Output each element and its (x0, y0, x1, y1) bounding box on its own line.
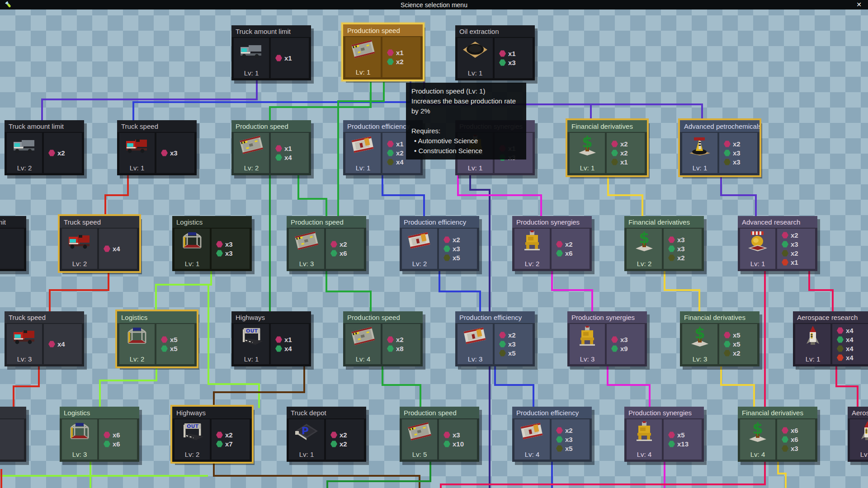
tech-node-title: Oil extraction (455, 25, 535, 37)
tech-node[interactable]: Production efficiencyLv: 4x2x3x5 (512, 407, 592, 462)
syn-icon (630, 420, 658, 444)
tech-connection-line (382, 384, 421, 386)
tech-node[interactable]: Advanced researchLv: 1x2x3x2x1 (738, 216, 817, 271)
tech-node[interactable]: Production synergiesLv: 2x2x6 (512, 216, 592, 271)
tooltip-title: Production speed (Lv: 1) (411, 86, 521, 96)
tech-node[interactable]: Truck speedLv: 3x4 (5, 311, 84, 366)
truck-red-icon (66, 230, 93, 252)
tech-node-icon-panel: Lv: 2 (7, 133, 42, 173)
tech-node[interactable]: LogisticsLv: 1x3x3 (172, 216, 252, 271)
tech-node[interactable]: Production efficiencyLv: 3x2x3x5 (455, 311, 535, 366)
tech-node[interactable]: Production speedLv: 4x2x8 (343, 311, 423, 366)
tech-node[interactable]: Production synergiesLv: 4x5x13 (624, 407, 704, 462)
cost-quantity: x3 (733, 158, 741, 166)
science-gem-pink-icon (837, 327, 844, 334)
science-gem-pink-icon (275, 55, 282, 61)
tech-node[interactable]: Oil extractionLv: 1x1x3 (455, 25, 535, 80)
tech-node[interactable]: Truck speedLv: 1x3 (117, 120, 197, 175)
tech-node-body: Lv: 5x3x10 (402, 419, 477, 460)
science-gem-olive-icon (556, 445, 563, 452)
cost-row: x4 (48, 340, 82, 348)
cost-row: x1 (275, 145, 309, 153)
tech-node[interactable]: Production speedLv: 1x1x2 (343, 24, 423, 80)
tech-connection-line (642, 195, 643, 217)
tech-connection-line (835, 365, 837, 387)
tech-node[interactable]: Production speedLv: 3x2x6 (287, 216, 366, 271)
tech-node[interactable]: Production speedLv: 2x1x4 (231, 120, 311, 175)
truck-gray-icon (238, 39, 265, 61)
tech-node-body: Lv: 2x5x5 (119, 324, 194, 364)
tech-node-level: Lv: 1 (458, 69, 493, 77)
tech-node[interactable]: Truck amount limit (0, 216, 26, 271)
tech-node-level: Lv: 4 (345, 355, 381, 363)
science-gem-olive-icon (724, 159, 731, 165)
cost-row: x4 (837, 345, 868, 353)
logistics-crane-icon (128, 328, 146, 343)
tech-node[interactable]: Financial derivatives$Lv: 3x5x5x2 (680, 311, 760, 366)
cost-quantity: x1 (396, 49, 404, 56)
rocket-icon (854, 420, 868, 444)
tech-node[interactable]: Production efficiencyLv: 2x2x3x5 (400, 216, 479, 271)
cost-quantity: x3 (565, 436, 573, 443)
tech-node[interactable]: Production speedLv: 5x3x10 (400, 407, 479, 462)
tech-node[interactable]: Financial derivatives$Lv: 4x6x6x3 (738, 407, 817, 462)
tech-node[interactable]: Financial derivatives$Lv: 2x3x3x2 (624, 216, 704, 271)
tech-node-costs-panel: x2x3x3 (719, 133, 757, 173)
tech-node[interactable]: Aerospace researchLv: 1 (848, 407, 868, 462)
tech-node[interactable]: Truck depotPLv: 1x2x2 (287, 407, 366, 462)
tech-node[interactable]: Financial derivatives$Lv: 1x2x2x1 (567, 120, 647, 175)
cost-row: x2 (782, 249, 815, 258)
tech-node-body: $Lv: 1x2x2x1 (570, 133, 645, 173)
tech-node[interactable]: Production synergiesLv: 3x3x9 (567, 311, 647, 366)
close-icon[interactable]: ✕ (856, 0, 862, 9)
rocket-icon (807, 326, 819, 345)
truck-icon (126, 139, 147, 153)
cost-row: x3 (216, 249, 250, 258)
tech-node-costs-panel: x2x3x5 (495, 324, 533, 364)
cost-row: x6 (782, 436, 815, 444)
tech-node-level: Lv: 1 (289, 450, 324, 458)
cost-quantity: x1 (284, 145, 292, 152)
tech-node-title: Production synergies (624, 407, 704, 418)
tech-node-title: Production efficiency (512, 407, 592, 418)
highway-gate-icon: OUT (182, 423, 203, 440)
tech-node[interactable]: HighwaysOUTLv: 2x2x7 (172, 407, 252, 462)
logistics-crane-icon (71, 423, 88, 438)
tech-connection-line (326, 271, 327, 292)
tech-node[interactable]: Aerospace researchLv: 1x4x4x4x4 (793, 311, 868, 366)
cost-quantity: x8 (396, 345, 404, 352)
tech-node[interactable]: Truck amount limitLv: 1x1 (231, 25, 311, 80)
science-gem-olive-icon (387, 159, 394, 165)
tech-node[interactable]: Advanced petrochemicalsLv: 1x2x3x3 (680, 120, 760, 175)
tech-connection-line (41, 99, 258, 100)
cost-quantity: x6 (113, 431, 120, 439)
tech-node[interactable]: Truck speedLv: 2x4 (60, 216, 139, 271)
cost-row: x3 (724, 158, 757, 166)
cost-quantity: x5 (170, 345, 178, 352)
tech-connection-line (551, 271, 553, 291)
tech-node-costs-panel: x3x3x2 (664, 229, 702, 269)
tech-node-costs-panel: x1x4 (271, 133, 309, 173)
tech-connection-line (0, 469, 2, 488)
cost-quantity: x13 (677, 440, 689, 448)
tech-connection-line (269, 107, 271, 121)
tech-connection-line (720, 176, 722, 196)
cost-row: x4 (275, 154, 309, 162)
tech-node[interactable]: LogisticsLv: 3x6x6 (60, 407, 139, 462)
tech-connection-line (857, 386, 859, 408)
cost-row: x2 (782, 231, 815, 239)
tech-node-level: Lv: 3 (289, 260, 324, 267)
tech-node[interactable]: Truck amount limitLv: 2x2 (5, 120, 84, 175)
tech-node[interactable] (0, 407, 26, 462)
tech-connection-line (213, 475, 420, 477)
tech-node-icon-panel: Lv: 2 (62, 229, 97, 269)
tech-node-costs-panel: x6x6x3 (777, 419, 815, 460)
tech-node-body: Lv: 1x2x3x3 (682, 133, 757, 173)
cost-quantity: x5 (565, 445, 573, 452)
science-gem-pink-icon (330, 241, 337, 248)
tech-node[interactable]: HighwaysOUTLv: 1x1x4 (231, 311, 311, 366)
tech-connection-line (540, 195, 542, 217)
cost-quantity: x4 (284, 345, 292, 352)
machine-icon (237, 134, 265, 157)
tech-node[interactable]: LogisticsLv: 2x5x5 (117, 311, 197, 366)
